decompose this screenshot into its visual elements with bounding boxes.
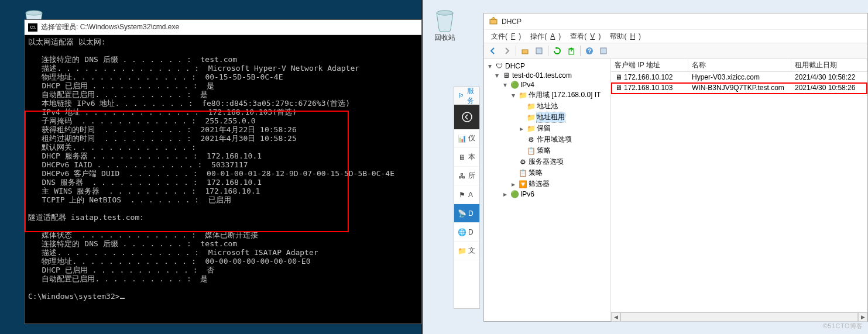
cmd-line: 连接特定的 DNS 后缀 . . . . . . . : test.com <box>42 239 237 248</box>
up-button[interactable] <box>519 44 531 57</box>
svg-rect-5 <box>536 48 542 54</box>
action-button[interactable] <box>597 44 610 57</box>
cmd-line: 物理地址. . . . . . . . . . . . . : 00-00-00… <box>42 257 310 266</box>
menu-file[interactable]: 文件(F) <box>488 30 524 43</box>
svg-point-1 <box>437 11 453 15</box>
sp-item-local[interactable]: 🖥本 <box>454 148 479 167</box>
cmd-body[interactable]: 以太网适配器 以太网: 连接特定的 DNS 后缀 . . . . . . . :… <box>25 35 421 323</box>
cmd-line: 连接特定的 DNS 后缀 . . . . . . . : test.com <box>42 55 237 64</box>
dhcp-root-icon: 🛡 <box>495 62 503 70</box>
dashboard-icon: 📊 <box>458 135 466 143</box>
cmd-line: 物理地址. . . . . . . . . . . . . : 00-15-5D… <box>42 73 283 81</box>
cmd-icon: C:\. <box>28 23 37 32</box>
cmd-window: C:\. 选择管理员: C:\Windows\System32\cmd.exe … <box>24 19 422 324</box>
server-icon: 🖥 <box>458 153 466 161</box>
tree-leases[interactable]: 📁地址租用 <box>485 112 609 123</box>
back-button[interactable] <box>486 44 499 57</box>
export-button[interactable] <box>565 44 578 57</box>
highlight-box <box>25 111 349 232</box>
expand-icon[interactable]: ▾ <box>493 71 500 80</box>
tree-pool[interactable]: 📁地址池 <box>485 101 609 112</box>
table-row[interactable]: 🖥172.168.10.102 Hyper-V03.xizicc.com 202… <box>611 72 867 82</box>
sp-back[interactable] <box>454 105 479 129</box>
tree-ipv6[interactable]: ▸🟢IPv6 <box>485 190 609 199</box>
menu-help[interactable]: 帮助(H) <box>606 30 644 43</box>
menu-action[interactable]: 操作(A) <box>527 30 564 43</box>
dhcp-icon: 📡 <box>458 209 466 218</box>
dhcp-list: 客户端 IP 地址 名称 租用截止日期 🖥172.168.10.102 Hype… <box>611 59 867 321</box>
ipv6-icon: 🟢 <box>510 190 519 198</box>
cmd-line: 自动配置已启用. . . . . . . . . . : 是 <box>42 274 208 283</box>
dhcp-menubar: 文件(F) 操作(A) 查看(V) 帮助(H) <box>484 30 867 43</box>
sp-item-file[interactable]: 📁文 <box>454 242 479 260</box>
list-header: 客户端 IP 地址 名称 租用截止日期 <box>611 59 867 72</box>
horizontal-scrollbar[interactable]: ◀ ▶ <box>611 312 867 321</box>
cmd-line: 描述. . . . . . . . . . . . . . . : Micros… <box>42 248 318 257</box>
scope-icon: 📁 <box>519 91 527 99</box>
tree-policies-2[interactable]: 📋策略 <box>485 167 609 178</box>
dhcp-window: DHCP 文件(F) 操作(A) 查看(V) 帮助(H) ? ▾🛡DHCP ▾🖥… <box>483 13 868 322</box>
policy-icon: 📋 <box>519 169 527 177</box>
scroll-right-button[interactable]: ▶ <box>858 312 867 322</box>
expand-icon[interactable]: ▸ <box>518 125 525 133</box>
help-button[interactable]: ? <box>583 44 596 57</box>
servers-icon: 🖧 <box>458 172 466 180</box>
svg-rect-4 <box>522 50 528 54</box>
dhcp-app-icon <box>489 16 498 27</box>
tree-root[interactable]: ▾🛡DHCP <box>485 61 609 71</box>
tree-reservations[interactable]: ▸📁保留 <box>485 123 609 134</box>
cmd-line: 自动配置已启用. . . . . . . . . . : 是 <box>42 90 208 99</box>
filter-icon: 🔽 <box>519 180 527 188</box>
sp-item-dns[interactable]: 🌐D <box>454 223 479 242</box>
sp-item-dashboard[interactable]: 📊仪 <box>454 129 479 148</box>
dhcp-titlebar[interactable]: DHCP <box>484 13 867 30</box>
forward-button[interactable] <box>500 44 513 57</box>
options-icon: ⚙ <box>519 158 527 166</box>
flag-icon: 🏳 <box>458 92 465 100</box>
cmd-title: 选择管理员: C:\Windows\System32\cmd.exe <box>41 22 179 32</box>
scroll-left-button[interactable]: ◀ <box>611 312 620 322</box>
properties-button[interactable] <box>533 44 545 57</box>
tree-scope[interactable]: ▾📁作用域 [172.168.0.0] IT <box>485 89 609 101</box>
folder-icon: 📁 <box>527 125 535 133</box>
server-icon: 🖥 <box>502 71 510 80</box>
expand-icon[interactable]: ▾ <box>486 62 493 70</box>
tree-policies[interactable]: 📋策略 <box>485 145 609 156</box>
sp-item-all[interactable]: 🖧所 <box>454 167 479 185</box>
recycle-bin-right[interactable]: 回收站 <box>427 5 462 43</box>
tree-scope-options[interactable]: ⚙作用域选项 <box>485 134 609 145</box>
expand-icon[interactable]: ▾ <box>510 91 517 99</box>
refresh-button[interactable] <box>551 44 564 57</box>
policy-icon: 📋 <box>527 147 535 155</box>
svg-point-2 <box>462 112 472 122</box>
cmd-prompt: C:\Windows\system32> <box>28 292 120 301</box>
cmd-line: DHCP 已启用 . . . . . . . . . . . : 否 <box>42 266 214 274</box>
expand-icon[interactable]: ▸ <box>510 180 517 188</box>
tree-filters[interactable]: ▸🔽筛选器 <box>485 178 609 190</box>
recycle-bin-label: 回收站 <box>427 33 462 43</box>
sp-item-dhcp[interactable]: 📡D <box>454 204 479 223</box>
col-name[interactable]: 名称 <box>688 59 791 71</box>
expand-icon[interactable]: ▸ <box>502 190 509 198</box>
tree-server[interactable]: ▾🖥test-dc-01.test.com <box>485 71 609 80</box>
col-ip[interactable]: 客户端 IP 地址 <box>611 59 688 71</box>
dhcp-title: DHCP <box>502 18 522 26</box>
expand-icon[interactable]: ▾ <box>502 81 509 89</box>
menu-view[interactable]: 查看(V) <box>567 30 604 43</box>
dns-icon: 🌐 <box>458 228 466 236</box>
cmd-titlebar[interactable]: C:\. 选择管理员: C:\Windows\System32\cmd.exe <box>25 20 421 35</box>
highlight-box <box>611 82 867 94</box>
scroll-track[interactable] <box>620 312 858 322</box>
svg-point-0 <box>26 11 42 15</box>
tree-ipv4[interactable]: ▾🟢IPv4 <box>485 80 609 89</box>
file-icon: 📁 <box>458 247 466 255</box>
cmd-line: DHCP 已启用 . . . . . . . . . . . : 是 <box>42 81 214 90</box>
dhcp-tree: ▾🛡DHCP ▾🖥test-dc-01.test.com ▾🟢IPv4 ▾📁作用… <box>484 59 611 321</box>
ipv4-icon: 🟢 <box>510 81 519 89</box>
sp-services[interactable]: 🏳服务 <box>454 87 479 105</box>
sp-item-ad[interactable]: ⚑A <box>454 185 479 204</box>
ad-icon: ⚑ <box>458 191 466 199</box>
col-expiry[interactable]: 租用截止日期 <box>791 59 867 71</box>
cmd-header: 以太网适配器 以太网: <box>28 37 106 46</box>
tree-server-options[interactable]: ⚙服务器选项 <box>485 156 609 167</box>
